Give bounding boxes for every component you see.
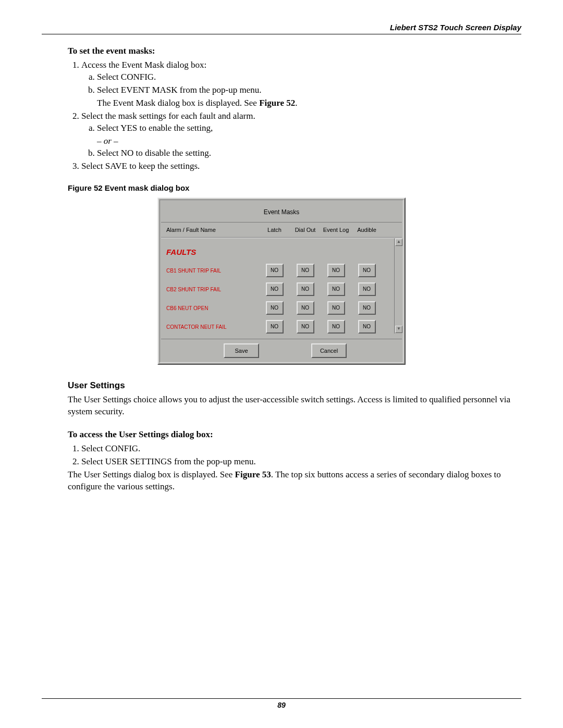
steps-list-1: Access the Event Mask dialog box: Select…: [68, 59, 521, 172]
event-mask-dialog: Event Masks Alarm / Fault Name Latch Dia…: [157, 198, 406, 365]
dialog-scroll-area: FAULTS CB1 SHUNT TRIP FAIL NO NO NO NO C…: [161, 238, 402, 334]
column-headers: Alarm / Fault Name Latch Dial Out Event …: [161, 222, 402, 238]
toggle-button[interactable]: NO: [327, 301, 345, 315]
step-1: Access the Event Mask dialog box: Select…: [81, 59, 521, 109]
page-number: 89: [277, 701, 286, 709]
step-1a: Select CONFIG.: [97, 71, 521, 83]
toggle-button[interactable]: NO: [297, 264, 314, 277]
step-2-text: Select the mask settings for each fault …: [81, 111, 255, 121]
faults-heading: FAULTS: [161, 248, 395, 264]
toggle-button[interactable]: NO: [327, 320, 345, 334]
col-header-latch: Latch: [259, 227, 290, 233]
step-2a: Select YES to enable the setting,: [97, 122, 521, 134]
toggle-button[interactable]: NO: [297, 320, 314, 334]
toggle-button[interactable]: NO: [297, 282, 314, 296]
toggle-button[interactable]: NO: [266, 301, 284, 315]
step-1-note: The Event Mask dialog box is displayed. …: [97, 97, 521, 109]
scroll-down-icon[interactable]: ▼: [395, 326, 402, 333]
user-settings-para1: The User Settings choice allows you to a…: [68, 394, 521, 418]
col-header-dialout: Dial Out: [290, 227, 321, 233]
heading-user-settings: User Settings: [68, 380, 521, 391]
step-1b: Select EVENT MASK from the pop-up menu.: [97, 84, 521, 96]
table-row: CB2 SHUNT TRIP FAIL NO NO NO NO: [161, 282, 395, 296]
dialog-title: Event Masks: [161, 203, 402, 222]
toggle-button[interactable]: NO: [358, 301, 376, 315]
heading-access-user-settings: To access the User Settings dialog box:: [68, 429, 521, 440]
cancel-button[interactable]: Cancel: [311, 343, 347, 358]
heading-set-event-masks: To set the event masks:: [68, 46, 521, 56]
us-step-2: Select USER SETTINGS from the pop-up men…: [81, 456, 521, 468]
step-2: Select the mask settings for each fault …: [81, 110, 521, 159]
fault-name: CB6 NEUT OPEN: [161, 305, 259, 311]
table-row: CB1 SHUNT TRIP FAIL NO NO NO NO: [161, 264, 395, 277]
col-header-eventlog: Event Log: [321, 227, 351, 233]
col-header-name: Alarm / Fault Name: [161, 227, 259, 233]
toggle-button[interactable]: NO: [266, 264, 284, 277]
table-row: CONTACTOR NEUT FAIL NO NO NO NO: [161, 320, 395, 334]
header-title: Liebert STS2 Touch Screen Display: [390, 23, 521, 32]
step-1-text: Access the Event Mask dialog box:: [81, 60, 206, 70]
us-step-1: Select CONFIG.: [81, 443, 521, 455]
toggle-button[interactable]: NO: [327, 282, 345, 296]
user-settings-para2: The User Settings dialog box is displaye…: [68, 469, 521, 493]
save-button[interactable]: Save: [224, 343, 259, 358]
col-header-audible: Audible: [351, 227, 382, 233]
scroll-up-icon[interactable]: ▲: [395, 239, 402, 246]
fault-name: CONTACTOR NEUT FAIL: [161, 324, 259, 330]
table-row: CB6 NEUT OPEN NO NO NO NO: [161, 301, 395, 315]
step-2-or: – or –: [97, 135, 521, 147]
step-3: Select SAVE to keep the settings.: [81, 161, 521, 172]
steps-list-2: Select CONFIG. Select USER SETTINGS from…: [68, 443, 521, 468]
toggle-button[interactable]: NO: [297, 301, 314, 315]
page-header: Liebert STS2 Touch Screen Display: [42, 23, 521, 34]
step-2b: Select NO to disable the setting.: [97, 147, 521, 159]
page-footer: 89: [42, 698, 521, 709]
toggle-button[interactable]: NO: [266, 282, 284, 296]
dialog-button-bar: Save Cancel: [161, 339, 402, 362]
fault-name: CB1 SHUNT TRIP FAIL: [161, 268, 259, 274]
step-2-sublist-b: Select NO to disable the setting.: [81, 147, 521, 159]
toggle-button[interactable]: NO: [358, 320, 376, 334]
toggle-button[interactable]: NO: [327, 264, 345, 277]
toggle-button[interactable]: NO: [358, 264, 376, 277]
scrollbar[interactable]: ▲ ▼: [394, 238, 402, 334]
step-2-sublist: Select YES to enable the setting,: [81, 122, 521, 134]
toggle-button[interactable]: NO: [358, 282, 376, 296]
step-1-sublist: Select CONFIG. Select EVENT MASK from th…: [81, 71, 521, 96]
fault-name: CB2 SHUNT TRIP FAIL: [161, 287, 259, 292]
toggle-button[interactable]: NO: [266, 320, 284, 334]
figure-52-caption: Figure 52 Event mask dialog box: [68, 183, 521, 192]
